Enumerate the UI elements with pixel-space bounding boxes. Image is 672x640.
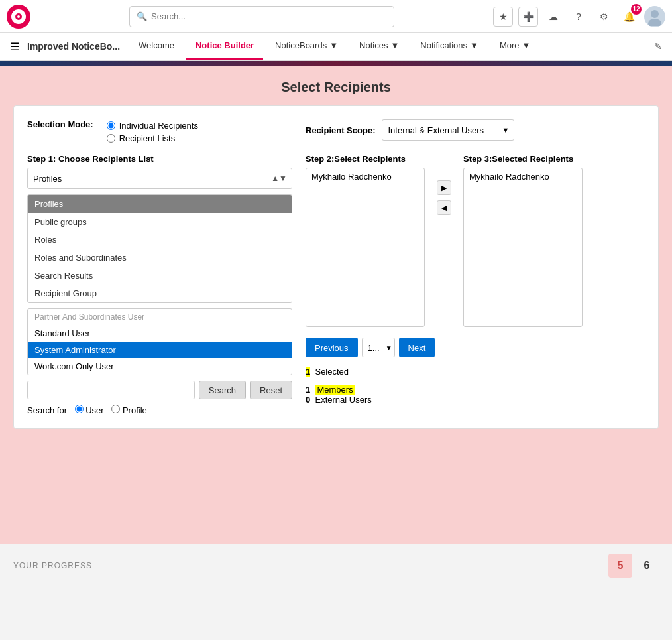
notices-chevron: ▼ — [390, 40, 399, 50]
step2-title: Step 2:Select Recipients — [306, 154, 425, 164]
search-for: Search for User Profile — [27, 405, 292, 415]
nav-noticeboards[interactable]: NoticeBoards ▼ — [266, 32, 347, 60]
card: Selection Mode: Individual Recipients Re… — [13, 105, 659, 429]
svg-point-3 — [648, 19, 661, 26]
members-info: 1 Members 0 External Users — [306, 385, 645, 405]
gradient-strip — [0, 61, 672, 66]
right-panel: Recipient Scope: Internal & External Use… — [306, 119, 645, 415]
selection-mode-label: Selection Mode: — [27, 119, 93, 143]
main-content: Select Recipients Selection Mode: Indivi… — [0, 66, 672, 544]
dropdown-list: Profiles Public groups Roles Roles and S… — [27, 194, 292, 303]
selected-count-label: Selected — [315, 367, 349, 377]
nav-bar: ☰ Improved NoticeBo... Welcome Notice Bu… — [0, 33, 672, 61]
top-icons: ★ ➕ ☁ ? ⚙ 🔔 12 — [493, 6, 665, 27]
transfer-right-btn[interactable]: ▶ — [437, 180, 451, 195]
page-title: Select Recipients — [13, 80, 659, 95]
left-panel: Selection Mode: Individual Recipients Re… — [27, 119, 292, 415]
members-label: Members — [315, 385, 355, 395]
search-input[interactable] — [151, 11, 387, 21]
progress-step-next: 6 — [635, 554, 659, 578]
favorites-icon[interactable]: ★ — [493, 7, 513, 27]
notifications-chevron: ▼ — [470, 40, 478, 50]
notification-badge: 12 — [631, 4, 642, 15]
radio-profile-label[interactable]: Profile — [111, 405, 146, 415]
nav-welcome[interactable]: Welcome — [129, 32, 184, 60]
recipient-scope-row: Recipient Scope: Internal & External Use… — [306, 119, 645, 141]
dropdown-item-profiles[interactable]: Profiles — [28, 195, 292, 213]
avatar-image — [645, 7, 664, 26]
selected-count: 1 Selected — [306, 367, 645, 377]
nav-notices[interactable]: Notices ▼ — [350, 32, 408, 60]
prev-button[interactable]: Previous — [306, 338, 358, 357]
radio-individual-label: Individual Recipients — [119, 121, 198, 131]
next-button[interactable]: Next — [399, 338, 435, 357]
step2-item-0[interactable]: Mykhailo Radchenko — [306, 168, 424, 185]
search-bar: 🔍 — [129, 6, 394, 27]
profile-item-partner[interactable]: Partner And Subordinates User — [28, 309, 292, 325]
avatar[interactable] — [644, 6, 665, 27]
external-label: External Users — [315, 395, 371, 405]
external-row: 0 External Users — [306, 395, 645, 405]
profile-item-standard[interactable]: Standard User — [28, 325, 292, 342]
dropdown-item-recipient-group[interactable]: Recipient Group — [28, 285, 292, 302]
radio-list-input[interactable] — [107, 134, 115, 143]
reset-button[interactable]: Reset — [250, 381, 292, 399]
top-bar: 🔍 ★ ➕ ☁ ? ⚙ 🔔 12 — [0, 0, 672, 33]
bottom-bar: YOUR PROGRESS 5 6 — [0, 544, 672, 587]
svg-point-1 — [17, 15, 20, 18]
bottom-content: YOUR PROGRESS 5 6 — [13, 554, 659, 578]
nav-more[interactable]: More ▼ — [490, 32, 540, 60]
transfer-buttons: ▶ ◀ — [433, 180, 455, 215]
scope-select[interactable]: Internal & External Users — [382, 119, 514, 141]
page-select-wrap: 1... ▼ — [362, 338, 395, 357]
dropdown-item-search-results[interactable]: Search Results — [28, 267, 292, 285]
progress-step-current: 5 — [608, 554, 632, 578]
transfer-left-btn[interactable]: ◀ — [437, 200, 451, 215]
help-icon[interactable]: ? — [569, 7, 588, 27]
scope-select-wrap: Internal & External Users ▼ — [382, 119, 514, 141]
add-icon[interactable]: ➕ — [518, 7, 538, 27]
step1-select-wrapper: Profiles ▲▼ — [27, 168, 292, 189]
app-logo — [7, 5, 30, 29]
settings-icon[interactable]: ⚙ — [594, 7, 614, 27]
nav-edit-icon[interactable]: ✎ — [654, 41, 662, 52]
dropdown-item-roles-sub[interactable]: Roles and Subordinates — [28, 249, 292, 267]
radio-group: Individual Recipients Recipient Lists — [107, 121, 198, 143]
members-count: 1 — [306, 385, 310, 395]
step3-title: Step 3:Selected Recipients — [463, 154, 583, 164]
radio-individual[interactable]: Individual Recipients — [107, 121, 198, 131]
more-chevron: ▼ — [522, 40, 531, 50]
step3-item-0[interactable]: Mykhailo Radchenko — [464, 168, 582, 185]
radio-profile[interactable] — [111, 405, 120, 413]
search-icon: 🔍 — [137, 11, 147, 21]
step1-label: Step 1: Choose Recipients List — [27, 154, 292, 164]
dropdown-item-roles[interactable]: Roles — [28, 231, 292, 249]
search-row: Search Reset — [27, 381, 292, 399]
search-button[interactable]: Search — [199, 381, 246, 399]
radio-user-label[interactable]: User — [75, 405, 107, 415]
radio-list[interactable]: Recipient Lists — [107, 133, 198, 143]
profile-item-workcom[interactable]: Work.com Only User — [28, 358, 292, 375]
logo-icon — [14, 12, 23, 21]
radio-user[interactable] — [75, 405, 84, 413]
progress-label: YOUR PROGRESS — [13, 561, 92, 570]
dropdown-item-public-groups[interactable]: Public groups — [28, 213, 292, 231]
nav-notifications[interactable]: Notifications ▼ — [411, 32, 488, 60]
profile-item-sysadmin[interactable]: System Administrator — [28, 342, 292, 358]
selection-mode: Selection Mode: Individual Recipients Re… — [27, 119, 292, 143]
profile-list-wrapper: Partner And Subordinates User Standard U… — [27, 308, 292, 375]
step3-listbox[interactable]: Mykhailo Radchenko — [463, 168, 583, 327]
scope-label: Recipient Scope: — [306, 125, 375, 135]
pagination-row: Previous 1... ▼ Next — [306, 338, 645, 357]
step2-listbox[interactable]: Mykhailo Radchenko — [306, 168, 425, 327]
app-name: Improved NoticeBo... — [27, 41, 120, 52]
cloud-icon[interactable]: ☁ — [543, 7, 563, 27]
radio-individual-input[interactable] — [107, 121, 115, 130]
app-grid-icon[interactable]: ☰ — [10, 40, 19, 53]
external-count: 0 — [306, 395, 310, 405]
search-field[interactable] — [27, 381, 195, 399]
search-for-label: Search for — [27, 405, 67, 415]
nav-notice-builder[interactable]: Notice Builder — [186, 32, 263, 60]
page-select[interactable]: 1... — [362, 338, 395, 357]
step1-select[interactable]: Profiles — [27, 168, 292, 189]
